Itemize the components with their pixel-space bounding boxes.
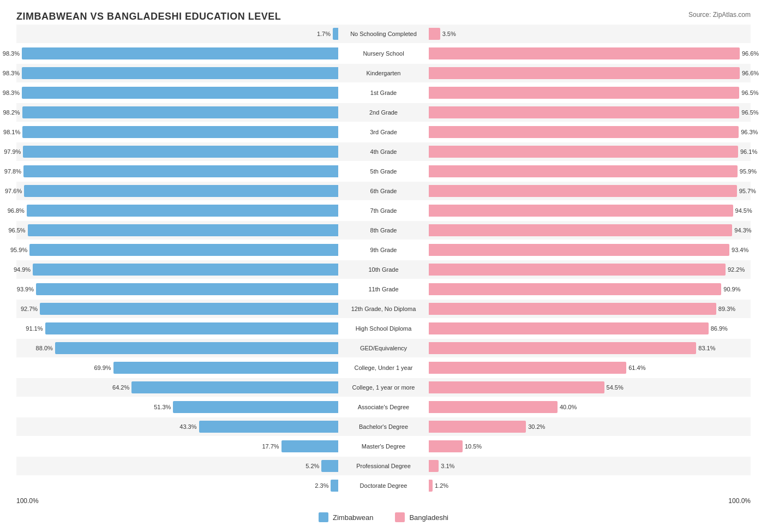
left-section: 95.9% bbox=[16, 241, 338, 259]
bar-blue bbox=[331, 480, 338, 492]
bar-value-right: 96.6% bbox=[742, 50, 759, 57]
bar-label: Master's Degree bbox=[338, 443, 429, 450]
bar-value-right: 90.9% bbox=[723, 286, 740, 292]
left-section: 97.8% bbox=[16, 162, 338, 181]
left-section: 98.2% bbox=[16, 103, 338, 122]
left-section: 93.9% bbox=[16, 280, 338, 298]
bar-value-left: 88.0% bbox=[36, 345, 53, 351]
bar-blue bbox=[27, 205, 338, 217]
right-section: 83.1% bbox=[429, 339, 751, 357]
bar-row: 97.9% 4th Grade 96.1% bbox=[16, 142, 751, 161]
bar-value-left: 98.3% bbox=[3, 70, 20, 76]
bar-pink bbox=[429, 146, 738, 158]
bar-blue bbox=[22, 106, 338, 118]
bar-label: College, Under 1 year bbox=[338, 364, 429, 371]
bar-value-right: 30.2% bbox=[528, 423, 545, 430]
right-section: 90.9% bbox=[429, 280, 751, 298]
bar-value-right: 83.1% bbox=[698, 345, 715, 351]
bar-blue bbox=[199, 421, 338, 433]
bar-blue bbox=[23, 146, 338, 158]
bar-pink bbox=[429, 67, 740, 79]
bar-value-left: 97.8% bbox=[4, 168, 21, 175]
bar-row: 96.5% 8th Grade 94.3% bbox=[16, 221, 751, 240]
bar-row: 2.3% Doctorate Degree 1.2% bbox=[16, 476, 751, 495]
left-section: 98.3% bbox=[16, 44, 338, 63]
bar-label: GED/Equivalency bbox=[338, 345, 429, 351]
bar-value-left: 91.1% bbox=[26, 325, 43, 332]
left-section: 17.7% bbox=[16, 437, 338, 456]
bar-pink bbox=[429, 47, 740, 59]
bar-row: 1.7% No Schooling Completed 3.5% bbox=[16, 25, 751, 43]
bar-value-left: 97.9% bbox=[4, 148, 21, 155]
right-section: 96.6% bbox=[429, 64, 751, 82]
bar-value-left: 51.3% bbox=[154, 404, 171, 410]
bar-label: 11th Grade bbox=[338, 286, 429, 292]
bar-value-left: 5.2% bbox=[305, 463, 319, 469]
bar-label: 2nd Grade bbox=[338, 109, 429, 116]
bar-value-left: 98.3% bbox=[3, 50, 20, 57]
bar-pink bbox=[429, 421, 526, 433]
bar-blue bbox=[131, 381, 338, 393]
source-label: Source: ZipAtlas.com bbox=[688, 11, 751, 19]
bar-row: 98.3% Kindergarten 96.6% bbox=[16, 64, 751, 82]
bar-value-left: 94.9% bbox=[14, 266, 31, 273]
bar-label: 10th Grade bbox=[338, 266, 429, 273]
bar-blue bbox=[22, 87, 338, 99]
left-section: 69.9% bbox=[16, 358, 338, 377]
bar-blue bbox=[33, 264, 338, 276]
left-section: 96.8% bbox=[16, 201, 338, 220]
bar-value-left: 98.2% bbox=[3, 109, 20, 116]
axis-left: 100.0% bbox=[16, 497, 39, 505]
right-section: 94.3% bbox=[429, 221, 751, 240]
left-section: 97.9% bbox=[16, 142, 338, 161]
right-section: 96.3% bbox=[429, 123, 751, 141]
bar-pink bbox=[429, 165, 738, 177]
bar-value-right: 96.3% bbox=[741, 129, 758, 135]
left-section: 92.7% bbox=[16, 300, 338, 318]
bar-pink bbox=[429, 185, 737, 197]
right-section: 89.3% bbox=[429, 300, 751, 318]
bar-pink bbox=[429, 126, 739, 138]
bar-value-right: 94.3% bbox=[734, 227, 751, 234]
bar-label: Nursery School bbox=[338, 50, 429, 57]
bar-pink bbox=[429, 87, 739, 99]
bar-value-right: 94.5% bbox=[735, 207, 752, 214]
bar-value-right: 93.4% bbox=[732, 247, 748, 253]
bar-value-left: 98.3% bbox=[3, 89, 20, 96]
bar-label: 6th Grade bbox=[338, 188, 429, 194]
bar-pink bbox=[429, 362, 626, 374]
legend-bangladeshi-label: Bangladeshi bbox=[409, 513, 448, 522]
bar-pink bbox=[429, 28, 440, 40]
bar-blue bbox=[40, 303, 338, 315]
bar-value-left: 64.2% bbox=[112, 384, 129, 391]
bar-blue bbox=[23, 165, 338, 177]
chart-area: 1.7% No Schooling Completed 3.5% 98.3% N… bbox=[16, 25, 751, 495]
bar-label: Associate's Degree bbox=[338, 404, 429, 410]
bar-blue bbox=[22, 47, 338, 59]
bar-blue bbox=[113, 362, 338, 374]
bar-blue bbox=[28, 224, 338, 236]
bar-pink bbox=[429, 460, 439, 472]
bar-row: 96.8% 7th Grade 94.5% bbox=[16, 201, 751, 220]
bar-blue bbox=[281, 440, 338, 452]
bar-label: 12th Grade, No Diploma bbox=[338, 306, 429, 312]
bar-row: 98.3% 1st Grade 96.5% bbox=[16, 83, 751, 102]
bar-value-left: 43.3% bbox=[179, 423, 196, 430]
bar-row: 97.8% 5th Grade 95.9% bbox=[16, 162, 751, 181]
bar-pink bbox=[429, 264, 726, 276]
bar-blue bbox=[173, 401, 338, 413]
right-section: 95.7% bbox=[429, 182, 751, 200]
left-section: 64.2% bbox=[16, 378, 338, 397]
bar-row: 51.3% Associate's Degree 40.0% bbox=[16, 398, 751, 416]
right-section: 92.2% bbox=[429, 260, 751, 279]
bar-value-right: 89.3% bbox=[718, 306, 735, 312]
right-section: 40.0% bbox=[429, 398, 751, 416]
right-section: 3.1% bbox=[429, 457, 751, 475]
bar-blue bbox=[333, 28, 338, 40]
legend-zimbabwean-label: Zimbabwean bbox=[333, 513, 373, 522]
bar-pink bbox=[429, 381, 604, 393]
bar-value-right: 96.1% bbox=[740, 148, 757, 155]
bar-row: 64.2% College, 1 year or more 54.5% bbox=[16, 378, 751, 397]
bar-label: No Schooling Completed bbox=[338, 31, 429, 37]
bar-pink bbox=[429, 480, 433, 492]
